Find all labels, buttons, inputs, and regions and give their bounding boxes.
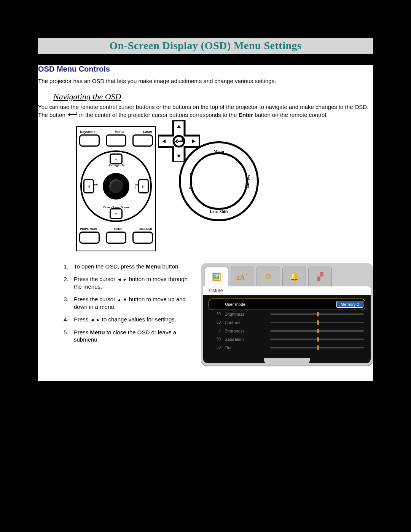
step-1-bold: Menu <box>146 263 161 270</box>
osd-row-slider <box>270 347 364 348</box>
remote-center-button <box>103 173 129 200</box>
remote-up-button: ▵ <box>110 153 123 164</box>
left-right-arrows-icon: ◄ ► <box>117 277 127 282</box>
remote-menu-button <box>106 134 126 147</box>
osd-tab-layout: ▞ <box>308 267 332 286</box>
osd-row-label: Sharpness <box>225 329 270 333</box>
nav-enter-word: Enter <box>239 112 253 118</box>
osd-usermode-label: User mode <box>225 302 271 307</box>
remote-cursor-ring: ▵ ▿ ◃ ▹ Up/Page Up Down/Page Down Vol – … <box>80 150 152 222</box>
dial-label-lensshift: Lens Shift <box>210 209 228 214</box>
left-right-arrows-icon: ◄ ► <box>90 317 100 323</box>
gear-icon: ⚙ <box>265 272 272 281</box>
osd-row-saturation: 50Saturation <box>209 335 365 343</box>
step-3-pre: Press the cursor <box>74 296 117 302</box>
dial-label-menu: Menu <box>213 149 224 153</box>
remote-diagram: Keystone Menu Laser ▵ ▿ ◃ ▹ Up/Page Up D… <box>76 126 156 251</box>
grid-icon: ▞ <box>317 272 323 281</box>
osd-tab-text: aA+ <box>231 267 254 286</box>
osd-row-label: Tint <box>225 345 270 350</box>
remote-left-label: Vol – <box>93 183 98 190</box>
remote-right-button: ▹ <box>138 179 149 193</box>
bell-icon: 🔔 <box>290 272 299 281</box>
osd-row-slider <box>270 313 364 315</box>
osd-row-sharpness: 7Sharpness <box>209 327 365 335</box>
step-1-post: button. <box>161 263 180 270</box>
step-4-pre: Press <box>74 316 90 323</box>
osd-row-slider <box>270 330 364 332</box>
osd-row-label: Saturation <box>225 337 270 342</box>
osd-panel: 🖼️ aA+ ⚙ 🔔 ▞ Picture User mode Memory 2 … <box>201 263 373 366</box>
step-5: Press Menu to close the OSD or leave a s… <box>70 329 190 343</box>
enter-icon <box>67 111 78 119</box>
picture-icon: 🖼️ <box>212 272 221 281</box>
remote-label-enter: Enter <box>114 227 122 231</box>
osd-tab-picture: 🖼️ <box>205 267 228 287</box>
remote-pdpu-button <box>79 232 100 244</box>
step-1-pre: To open the OSD, press the <box>74 263 146 270</box>
step-5-bold: Menu <box>90 329 105 335</box>
step-3: Press the cursor ▲ ▼ button to move up a… <box>70 296 190 310</box>
nav-text-tail: button on the remote control. <box>255 112 328 118</box>
remote-enter-button <box>106 232 126 244</box>
osd-row-value: 50 <box>210 345 221 350</box>
osd-row-value: 7 <box>210 329 221 333</box>
remote-left-button: ◃ <box>83 179 94 193</box>
page-title: On-Screen Display (OSD) Menu Settings <box>38 38 373 54</box>
subsection-heading: Navigating the OSD <box>53 92 373 102</box>
nav-paragraph: You can use the remote control cursor bu… <box>38 103 373 119</box>
remote-keystone-button <box>79 134 100 147</box>
projector-dial-diagram: Menu Lens Shift Keystone Volume <box>179 141 259 221</box>
step-2: Press the cursor ◄ ► button to move thro… <box>70 275 190 290</box>
osd-row-value: 50 <box>210 337 221 341</box>
osd-row-brightness: 50Brightness <box>209 310 365 318</box>
step-5-pre: Press <box>74 329 90 335</box>
remote-down-label: Down/Page Down <box>103 206 129 209</box>
instruction-list: To open the OSD, press the Menu button. … <box>53 263 190 349</box>
intro-text: The projector has an OSD that lets you m… <box>38 77 373 85</box>
dial-label-keystone: Keystone <box>188 173 193 189</box>
step-4: Press ◄ ► to change values for settings. <box>70 316 190 323</box>
osd-notch <box>264 358 310 364</box>
dial-dpad-icon <box>158 120 200 162</box>
osd-usermode-value: Memory 2 <box>336 301 363 308</box>
remote-mouser-button <box>132 232 153 244</box>
osd-row-label: Contrast <box>225 320 270 325</box>
osd-tab-settings: ⚙ <box>256 267 280 286</box>
osd-row-usermode: User mode Memory 2 <box>209 299 365 310</box>
nav-text-after: in the center of the projector cursor bu… <box>79 112 239 118</box>
osd-row-label: Brightness <box>225 312 270 316</box>
step-1: To open the OSD, press the Menu button. <box>70 263 190 270</box>
osd-tab-alert: 🔔 <box>282 267 306 286</box>
remote-label-pdpu: PD/PU Shift <box>80 227 97 231</box>
step-4-post: to change values for settings. <box>100 316 176 323</box>
osd-row-tint: 50Tint <box>209 343 365 352</box>
remote-label-laser: Laser <box>143 130 152 134</box>
remote-label-menu: Menu <box>115 130 124 134</box>
osd-row-slider <box>270 322 364 323</box>
osd-row-contrast: 50Contrast <box>209 318 365 327</box>
up-down-arrows-icon: ▲ ▼ <box>117 297 127 302</box>
remote-up-label: Up/Page Up <box>108 163 125 167</box>
remote-right-label: Vol + <box>134 183 139 190</box>
section-heading: OSD Menu Controls <box>38 65 373 73</box>
remote-label-mouser: Mouse-R <box>139 227 152 231</box>
remote-laser-button <box>132 134 153 147</box>
osd-row-slider <box>270 339 364 340</box>
remote-label-keystone: Keystone <box>80 130 96 134</box>
text-icon: aA+ <box>236 271 249 282</box>
osd-panel-label: Picture <box>203 286 371 295</box>
osd-row-value: 50 <box>210 320 221 324</box>
step-2-pre: Press the cursor <box>74 276 117 282</box>
remote-down-button: ▿ <box>110 208 123 219</box>
dial-label-volume: Volume <box>247 174 251 188</box>
osd-row-value: 50 <box>210 312 221 316</box>
